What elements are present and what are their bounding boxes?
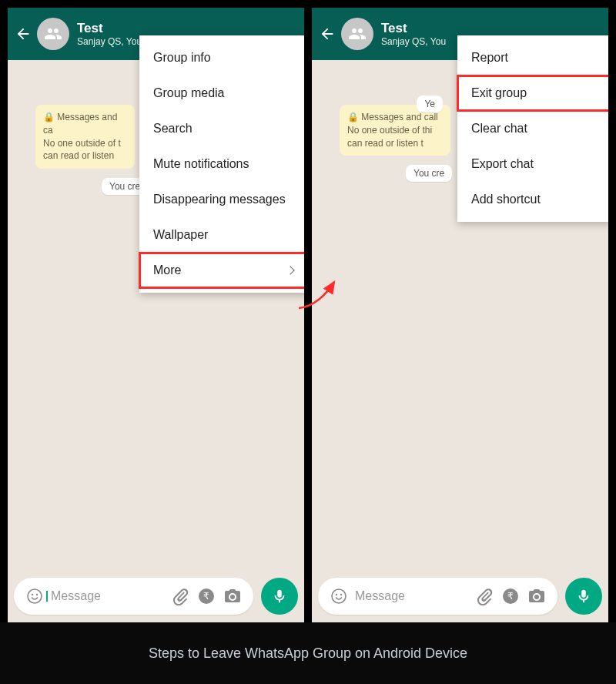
menu-item-label: Group media <box>153 86 225 100</box>
menu-item-disappearing[interactable]: Disappearing messages <box>139 182 304 217</box>
menu-item-label: Group info <box>153 51 211 65</box>
menu-item-label: Mute notifications <box>153 157 249 171</box>
more-submenu: Report Exit group Clear chat Export chat… <box>457 35 608 222</box>
attach-icon[interactable] <box>474 586 494 606</box>
menu-item-add-shortcut[interactable]: Add shortcut <box>457 182 608 217</box>
group-avatar[interactable] <box>37 18 69 50</box>
chevron-right-icon <box>286 266 294 274</box>
compose-box[interactable]: Message ₹ <box>318 578 557 615</box>
svg-point-0 <box>28 589 42 603</box>
mic-button[interactable] <box>261 578 298 615</box>
svg-point-1 <box>32 594 33 595</box>
menu-item-group-info[interactable]: Group info <box>139 40 304 75</box>
menu-item-export-chat[interactable]: Export chat <box>457 146 608 182</box>
emoji-icon[interactable] <box>25 586 45 606</box>
payment-icon[interactable]: ₹ <box>500 586 521 606</box>
encryption-banner[interactable]: 🔒 Messages and ca No one outside of t ca… <box>35 105 135 169</box>
emoji-icon[interactable] <box>329 586 349 606</box>
system-created-pill: You cre <box>406 165 452 182</box>
back-button[interactable] <box>318 25 336 43</box>
message-input[interactable]: Message <box>48 589 167 603</box>
svg-point-7 <box>340 594 342 595</box>
svg-text:₹: ₹ <box>203 591 209 602</box>
camera-icon[interactable] <box>223 586 243 606</box>
menu-item-label: Wallpaper <box>153 228 208 242</box>
composer: Message ₹ <box>14 576 298 616</box>
header-title-block[interactable]: Test Sanjay QS, You <box>381 21 446 48</box>
attach-icon[interactable] <box>170 586 190 606</box>
menu-item-label: Clear chat <box>471 122 527 136</box>
menu-item-label: Exit group <box>471 86 527 100</box>
menu-item-search[interactable]: Search <box>139 111 304 146</box>
menu-item-exit-group[interactable]: Exit group <box>457 75 608 111</box>
menu-item-label: Export chat <box>471 157 534 171</box>
menu-item-mute[interactable]: Mute notifications <box>139 146 304 182</box>
date-pill: Ye <box>417 96 443 112</box>
compose-box[interactable]: Message ₹ <box>14 578 253 615</box>
mic-button[interactable] <box>565 578 602 615</box>
tutorial-caption: Steps to Leave WhatsApp Group on Android… <box>0 622 616 684</box>
menu-item-label: Search <box>153 122 192 136</box>
screens-wrapper: Test Sanjay QS, You 🔒 Messages and ca No… <box>0 0 616 622</box>
group-subtitle: Sanjay QS, You <box>77 36 142 47</box>
payment-icon[interactable]: ₹ <box>196 586 216 606</box>
camera-icon[interactable] <box>527 586 547 606</box>
menu-item-label: Add shortcut <box>471 193 541 206</box>
svg-point-5 <box>332 589 346 603</box>
back-button[interactable] <box>14 25 32 43</box>
svg-point-6 <box>336 594 337 595</box>
menu-item-group-media[interactable]: Group media <box>139 75 304 111</box>
menu-item-label: Report <box>471 51 508 65</box>
menu-item-report[interactable]: Report <box>457 40 608 75</box>
menu-item-label: More <box>153 263 181 277</box>
menu-item-wallpaper[interactable]: Wallpaper <box>139 217 304 253</box>
group-title: Test <box>77 21 142 36</box>
group-subtitle: Sanjay QS, You <box>381 36 446 47</box>
caption-text: Steps to Leave WhatsApp Group on Android… <box>149 645 467 662</box>
svg-text:₹: ₹ <box>507 591 514 602</box>
menu-item-clear-chat[interactable]: Clear chat <box>457 111 608 146</box>
phone-right: Test Sanjay QS, You Ye 🔒 Messages and ca… <box>312 8 608 622</box>
message-input[interactable]: Message <box>352 589 471 603</box>
header-title-block[interactable]: Test Sanjay QS, You <box>77 21 142 48</box>
menu-item-label: Disappearing messages <box>153 193 286 206</box>
overflow-menu: Group info Group media Search Mute notif… <box>139 35 304 293</box>
svg-point-2 <box>36 594 38 595</box>
composer: Message ₹ <box>318 576 602 616</box>
group-avatar[interactable] <box>341 18 373 50</box>
phone-left: Test Sanjay QS, You 🔒 Messages and ca No… <box>8 8 304 622</box>
menu-item-more[interactable]: More <box>139 253 304 288</box>
group-title: Test <box>381 21 446 36</box>
